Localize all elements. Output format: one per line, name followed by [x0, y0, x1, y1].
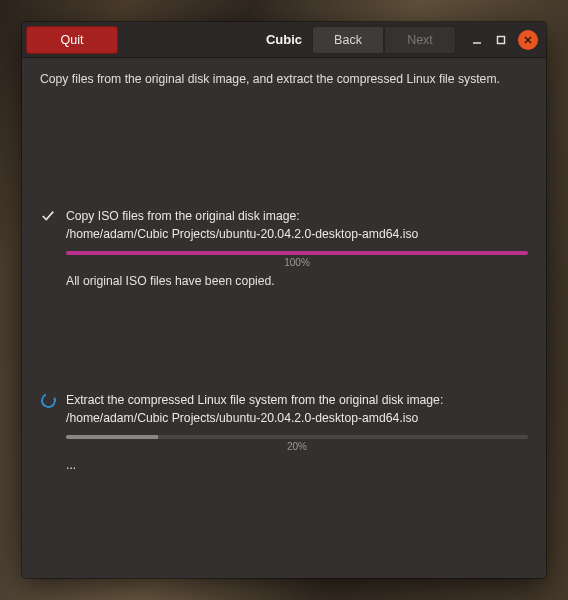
minimize-icon	[472, 35, 482, 45]
content-area: Copy files from the original disk image,…	[22, 58, 546, 578]
progress-fill	[66, 251, 528, 255]
task-copy-iso: Copy ISO files from the original disk im…	[40, 208, 528, 288]
nav-button-group: Back Next	[312, 26, 456, 54]
close-button[interactable]	[518, 30, 538, 50]
task-status: ...	[66, 458, 528, 472]
task-status: All original ISO files have been copied.	[66, 274, 528, 288]
titlebar: Quit Cubic Back Next	[22, 22, 546, 58]
task-extract-fs: Extract the compressed Linux file system…	[40, 392, 528, 472]
maximize-icon	[496, 35, 506, 45]
back-button[interactable]: Back	[312, 26, 384, 54]
spinner-icon	[40, 392, 56, 408]
progress-bar	[66, 435, 528, 439]
task-title: Copy ISO files from the original disk im…	[66, 208, 528, 226]
progress-fill	[66, 435, 158, 439]
page-description: Copy files from the original disk image,…	[40, 72, 528, 86]
progress-bar	[66, 251, 528, 255]
quit-button[interactable]: Quit	[26, 26, 118, 54]
minimize-button[interactable]	[470, 33, 484, 47]
task-path: /home/adam/Cubic Projects/ubuntu-20.04.2…	[66, 226, 528, 244]
close-icon	[523, 35, 533, 45]
check-icon	[40, 208, 56, 223]
progress-label: 20%	[66, 441, 528, 452]
svg-rect-1	[498, 36, 505, 43]
maximize-button[interactable]	[494, 33, 508, 47]
next-button: Next	[384, 26, 456, 54]
task-path: /home/adam/Cubic Projects/ubuntu-20.04.2…	[66, 410, 528, 428]
progress-label: 100%	[66, 257, 528, 268]
window-controls	[470, 30, 538, 50]
cubic-window: Quit Cubic Back Next Copy files from the…	[22, 22, 546, 578]
task-title: Extract the compressed Linux file system…	[66, 392, 528, 410]
